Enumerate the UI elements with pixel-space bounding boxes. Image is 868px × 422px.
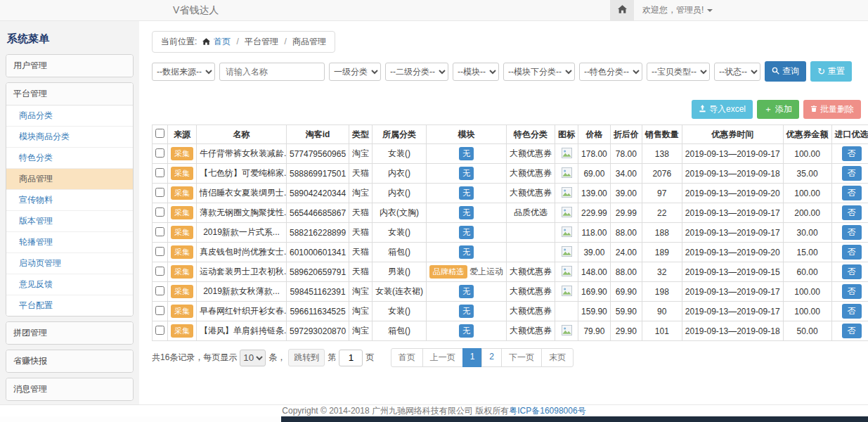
scrollbar-thumb[interactable] [281,416,868,422]
sidebar-item[interactable]: 版本管理 [6,211,133,232]
pagination-button[interactable]: 末页 [541,348,574,367]
column-header: 价格 [578,125,611,144]
row-select-cell [153,164,168,184]
filter-select[interactable]: --模块-- [453,63,499,81]
sidebar-item[interactable]: 模块商品分类 [6,127,133,148]
filter-select[interactable]: 一级分类 [329,63,381,81]
import-select-button-cell: 否 [831,243,868,262]
icp-link[interactable]: 粤ICP备16098006号 [509,406,585,416]
name-search-input[interactable] [219,63,325,81]
taoke-id-cell: 596611634525 [287,302,349,321]
discount-price-cell: 29.90 [610,321,642,341]
import-select-button[interactable]: 否 [842,264,862,279]
feature-cell [507,223,555,243]
row-checkbox[interactable] [155,227,164,236]
sidebar-group-header[interactable]: 平台管理 [6,83,133,105]
sidebar-group-header[interactable]: 用户管理 [6,55,133,77]
import-select-button[interactable]: 否 [842,245,862,260]
pagination-button[interactable]: 2 [481,348,502,367]
batch-delete-button[interactable]: 批量删除 [803,100,861,119]
icon-cell [555,321,578,341]
horizontal-scrollbar[interactable] [0,416,868,422]
module-badge: 无 [459,226,474,239]
jump-button[interactable]: 跳转到 [288,349,325,366]
row-checkbox[interactable] [155,247,164,256]
feature-cell: 大额优惠券 [507,164,555,184]
page-layout: 系统菜单 用户管理平台管理商品分类模块商品分类特色分类商品管理宣传物料版本管理轮… [0,21,868,404]
pagination-button[interactable]: 上一页 [422,348,463,367]
filter-select[interactable]: --特色分类-- [579,63,642,81]
import-select-button[interactable]: 否 [842,324,862,338]
filter-select[interactable]: --宝贝类型-- [647,63,710,81]
add-button[interactable]: ＋ 添加 [757,100,799,119]
sidebar-item[interactable]: 特色分类 [6,148,133,169]
sidebar-item[interactable]: 启动页管理 [6,253,133,274]
batch-delete-label: 批量删除 [820,103,854,115]
module-cell: 无 [427,243,507,262]
search-button[interactable]: 查询 [765,61,806,82]
row-checkbox[interactable] [155,267,164,276]
import-select-button[interactable]: 否 [842,205,862,220]
select-all-checkbox[interactable] [155,129,164,138]
category-cell: 女装() [373,144,427,164]
coupon-amount-cell: 30.00 [783,223,831,243]
column-header: 图标 [555,125,578,144]
row-checkbox[interactable] [155,148,164,158]
home-button[interactable] [610,0,634,20]
column-header: 模块 [427,125,507,144]
module-badge: 无 [459,305,474,318]
import-excel-button[interactable]: 导入excel [692,100,753,119]
column-header: 名称 [197,125,287,144]
category-cell: 箱包() [373,243,427,262]
coupon-amount-cell: 200.00 [783,203,831,223]
source-cell: 采集 [168,262,197,282]
home-icon [200,37,212,46]
pagination-button[interactable]: 下一页 [501,348,542,367]
import-select-button[interactable]: 否 [842,186,862,200]
pagination-button[interactable]: 首页 [391,348,423,367]
filter-select[interactable]: --模块下分类-- [503,63,575,81]
sidebar-item[interactable]: 平台配置 [6,295,133,316]
jump-page-input[interactable] [339,350,363,366]
row-select-cell [153,262,168,282]
row-checkbox[interactable] [155,306,164,315]
row-select-cell [153,321,168,341]
import-select-button[interactable]: 否 [842,146,862,161]
name-cell: 运动套装男士卫衣初秋... [197,262,287,282]
sidebar-item[interactable]: 商品管理 [6,169,133,190]
source-cell: 采集 [168,243,197,262]
pagination-button[interactable]: 1 [462,348,483,367]
table-row: 采集牛仔背带裤女秋装减龄...577479560965淘宝女装()无大额优惠券1… [153,144,868,164]
sidebar-group-header[interactable]: 消息管理 [6,378,133,400]
reset-button[interactable]: ↻ 重置 [810,61,852,82]
page-size-select[interactable]: 10 [240,350,266,366]
import-select-button[interactable]: 否 [842,304,862,319]
column-header: 类型 [349,125,373,144]
row-checkbox[interactable] [155,207,164,217]
source-cell: 采集 [168,164,197,184]
import-select-button[interactable]: 否 [842,284,862,299]
row-checkbox[interactable] [155,168,164,177]
filter-select[interactable]: --数据来源-- [152,63,215,81]
coupon-time-cell: 2019-09-13—2019-09-17 [682,282,783,302]
taoke-id-cell: 601000601341 [287,243,349,262]
app-title: V省钱达人 [173,0,219,20]
import-select-button[interactable]: 否 [842,225,862,240]
row-checkbox[interactable] [155,286,164,295]
sidebar-item[interactable]: 商品分类 [6,106,133,127]
sidebar-menu: 用户管理平台管理商品分类模块商品分类特色分类商品管理宣传物料版本管理轮播管理启动… [6,54,134,404]
filter-select[interactable]: --状态-- [714,63,760,81]
user-menu[interactable]: 欢迎您，管理员! [634,0,721,20]
sidebar-group-header[interactable]: 省赚快报 [6,350,133,372]
feature-cell: 大额优惠券 [507,262,555,282]
row-select-cell [153,282,168,302]
filter-select[interactable]: --二级分类-- [385,63,448,81]
import-select-button[interactable]: 否 [842,166,862,181]
sidebar-group-header[interactable]: 拼团管理 [6,322,133,344]
sidebar-item[interactable]: 宣传物料 [6,190,133,211]
row-checkbox[interactable] [155,326,164,335]
sidebar-item[interactable]: 意见反馈 [6,274,133,295]
row-checkbox[interactable] [155,188,164,197]
breadcrumb-home-link[interactable]: 首页 [214,37,231,46]
sidebar-item[interactable]: 轮播管理 [6,232,133,253]
